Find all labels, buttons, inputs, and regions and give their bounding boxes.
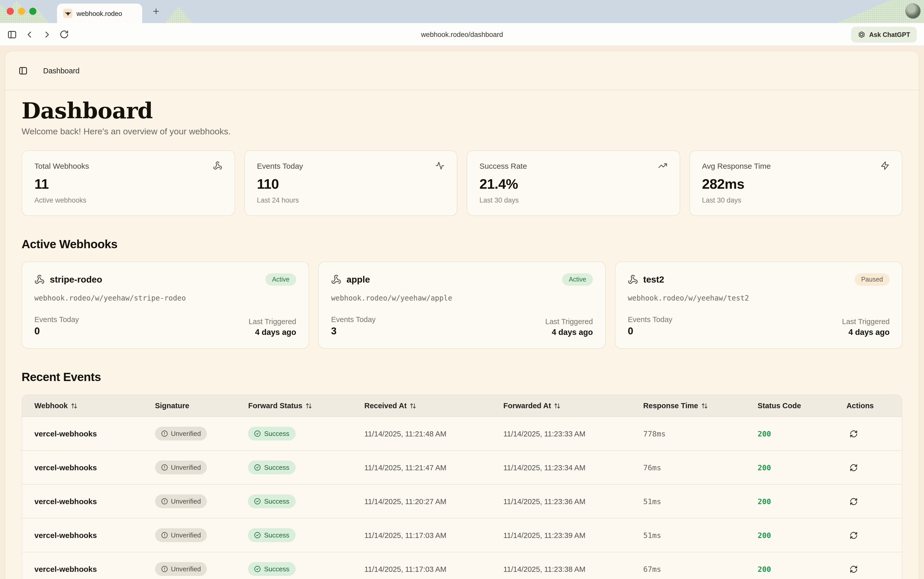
- alert-circle-icon: [161, 532, 168, 539]
- last-triggered-label: Last Triggered: [545, 318, 593, 326]
- column-header-forwarded-at[interactable]: Forwarded At: [491, 402, 631, 410]
- retry-button[interactable]: [847, 528, 861, 543]
- stat-caption: Last 24 hours: [257, 197, 445, 204]
- last-triggered-label: Last Triggered: [842, 318, 890, 326]
- retry-button[interactable]: [847, 461, 861, 475]
- table-row: vercel-webhooks Unverified Success 11/14…: [22, 417, 902, 451]
- stat-caption: Last 30 days: [702, 197, 890, 204]
- signature-badge: Unverified: [155, 461, 207, 474]
- events-today-value: 3: [331, 326, 376, 337]
- forward-button[interactable]: [39, 27, 54, 42]
- status-badge: Active: [265, 273, 296, 286]
- column-header-received-at[interactable]: Received At: [352, 402, 491, 410]
- webhook-card-test2[interactable]: test2 Paused webhook.rodeo/w/yeehaw/test…: [615, 262, 903, 349]
- forward-status-badge: Success: [248, 461, 295, 474]
- webhook-name: test2: [643, 274, 664, 285]
- sort-icon: [71, 402, 77, 409]
- table-row: vercel-webhooks Unverified Success 11/14…: [22, 518, 902, 552]
- webhook-card-stripe-rodeo[interactable]: stripe-rodeo Active webhook.rodeo/w/yeeh…: [21, 262, 309, 349]
- stat-caption: Last 30 days: [479, 197, 667, 204]
- status-badge: Paused: [855, 273, 890, 286]
- event-webhook: vercel-webhooks: [22, 463, 143, 472]
- webhook-url: webhook.rodeo/w/yeehaw/stripe-rodeo: [34, 294, 296, 302]
- stat-value: 282ms: [702, 177, 890, 193]
- recent-events-table: Webhook Signature Forward Status Receive…: [21, 395, 903, 579]
- ask-chatgpt-button[interactable]: Ask ChatGPT: [851, 27, 917, 43]
- app-header: Dashboard: [5, 51, 919, 90]
- check-circle-icon: [254, 498, 261, 505]
- retry-button[interactable]: [847, 427, 861, 441]
- avatar[interactable]: [905, 3, 921, 19]
- table-header-row: Webhook Signature Forward Status Receive…: [22, 395, 902, 417]
- event-status-code: 200: [745, 565, 834, 573]
- alert-circle-icon: [161, 498, 168, 505]
- wallpaper-decoration: [165, 6, 192, 23]
- event-status-code: 200: [745, 497, 834, 505]
- event-response-time: 51ms: [631, 497, 745, 505]
- check-circle-icon: [254, 465, 261, 471]
- page-title: Dashboard: [21, 98, 903, 124]
- stat-card-total-webhooks: Total Webhooks 11 Active webhooks: [21, 150, 235, 216]
- webhook-cards-row: stripe-rodeo Active webhook.rodeo/w/yeeh…: [21, 262, 903, 349]
- reload-button[interactable]: [56, 27, 72, 42]
- webhook-url: webhook.rodeo/w/yeehaw/apple: [331, 294, 593, 302]
- minimize-window-button[interactable]: [18, 8, 25, 15]
- column-header-webhook[interactable]: Webhook: [22, 402, 143, 410]
- breadcrumb: Dashboard: [43, 66, 80, 75]
- events-today-label: Events Today: [34, 316, 79, 324]
- event-received-at: 11/14/2025, 11:17:03 AM: [352, 531, 491, 540]
- bull-skull-favicon: [63, 9, 72, 18]
- event-received-at: 11/14/2025, 11:17:03 AM: [352, 565, 491, 573]
- browser-tab[interactable]: webhook.rodeo: [57, 3, 142, 23]
- forward-status-badge: Success: [248, 562, 295, 576]
- stat-card-success-rate: Success Rate 21.4% Last 30 days: [467, 150, 680, 216]
- event-webhook: vercel-webhooks: [22, 565, 143, 574]
- event-response-time: 778ms: [631, 430, 745, 438]
- retry-button[interactable]: [847, 562, 861, 576]
- sidebar-panel-toggle[interactable]: [15, 62, 32, 79]
- event-webhook: vercel-webhooks: [22, 531, 143, 540]
- stats-row: Total Webhooks 11 Active webhooks Events…: [21, 150, 903, 216]
- table-row: vercel-webhooks Unverified Success 11/14…: [22, 484, 902, 518]
- stat-caption: Active webhooks: [34, 197, 222, 204]
- back-button[interactable]: [21, 27, 37, 42]
- forward-status-badge: Success: [248, 495, 295, 509]
- event-status-code: 200: [745, 464, 834, 472]
- alert-circle-icon: [161, 430, 168, 437]
- stat-value: 11: [34, 177, 222, 193]
- column-header-forward-status[interactable]: Forward Status: [236, 402, 352, 410]
- refresh-icon: [850, 430, 858, 438]
- webhook-icon: [628, 275, 638, 285]
- sidebar-toggle-icon[interactable]: [4, 27, 20, 42]
- retry-button[interactable]: [847, 494, 861, 509]
- main-panel: Dashboard Dashboard Welcome back! Here's…: [5, 51, 919, 579]
- forward-status-badge: Success: [248, 427, 295, 441]
- event-status-code: 200: [745, 430, 834, 438]
- new-tab-button[interactable]: [149, 4, 163, 18]
- section-heading-recent-events: Recent Events: [21, 371, 903, 384]
- column-header-status-code: Status Code: [745, 402, 834, 410]
- zoom-window-button[interactable]: [29, 8, 36, 15]
- webhook-card-apple[interactable]: apple Active webhook.rodeo/w/yeehaw/appl…: [318, 262, 606, 349]
- sort-icon: [701, 402, 708, 409]
- event-received-at: 11/14/2025, 11:21:47 AM: [352, 464, 491, 472]
- last-triggered-label: Last Triggered: [249, 318, 296, 326]
- events-today-label: Events Today: [331, 316, 376, 324]
- event-webhook: vercel-webhooks: [22, 430, 143, 438]
- stat-label: Events Today: [257, 162, 303, 170]
- tab-strip: webhook.rodeo: [0, 0, 924, 23]
- browser-toolbar: webhook.rodeo/dashboard Ask ChatGPT: [0, 23, 924, 46]
- column-header-response-time[interactable]: Response Time: [631, 402, 745, 410]
- browser-window: webhook.rodeo webhook.rodeo/dashboard As…: [0, 0, 924, 579]
- webhook-name: apple: [346, 274, 370, 285]
- table-row: vercel-webhooks Unverified Success 11/14…: [22, 552, 902, 579]
- webhook-url: webhook.rodeo/w/yeehaw/test2: [628, 294, 890, 302]
- alert-circle-icon: [161, 566, 168, 572]
- close-window-button[interactable]: [7, 8, 14, 15]
- zap-icon: [880, 161, 890, 170]
- address-bar[interactable]: webhook.rodeo/dashboard: [0, 23, 924, 46]
- event-forwarded-at: 11/14/2025, 11:23:38 AM: [491, 565, 631, 573]
- url-text: webhook.rodeo/dashboard: [421, 31, 503, 38]
- signature-badge: Unverified: [155, 495, 207, 509]
- activity-icon: [435, 161, 445, 170]
